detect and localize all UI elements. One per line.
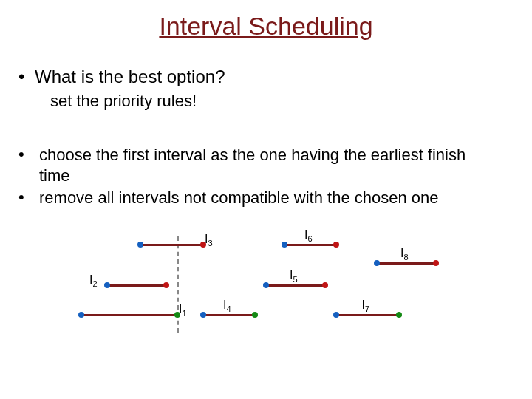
interval-I6-label: I6	[304, 229, 313, 243]
interval-I5-end-dot	[322, 282, 328, 288]
interval-I6	[284, 244, 336, 246]
interval-I1-start-dot	[78, 312, 84, 318]
interval-I1-label: I1	[179, 304, 187, 318]
interval-I7	[336, 314, 399, 316]
interval-I4-end-dot	[252, 312, 258, 318]
interval-I3-start-dot	[137, 242, 143, 248]
guideline	[177, 236, 179, 332]
interval-I4-label: I4	[223, 299, 231, 313]
interval-I5	[266, 284, 325, 287]
bullet-main: What is the best option?	[18, 66, 225, 87]
interval-I6-start-dot	[282, 242, 287, 248]
interval-I2-start-dot	[104, 282, 110, 288]
interval-I6-end-dot	[333, 242, 339, 248]
slide-title: Interval Scheduling	[0, 12, 532, 41]
interval-I8	[377, 262, 436, 265]
interval-I1	[81, 314, 177, 316]
interval-I4-start-dot	[200, 312, 206, 318]
bullet-rule-1: choose the first interval as the one hav…	[18, 145, 491, 185]
interval-I7-end-dot	[396, 312, 402, 318]
bullet-sub: set the priority rules!	[50, 92, 197, 111]
interval-I7-label: I7	[362, 299, 370, 313]
interval-I2-end-dot	[163, 282, 169, 288]
slide: Interval Scheduling What is the best opt…	[0, 0, 532, 399]
bullet-main-text: What is the best option?	[35, 66, 225, 87]
interval-I5-start-dot	[263, 282, 269, 288]
interval-I5-label: I5	[290, 270, 298, 284]
interval-I2	[107, 284, 166, 287]
bullet-rule-1-text: choose the first interval as the one hav…	[39, 145, 491, 185]
interval-diagram: I1I2I3I4I5I6I7I8	[81, 229, 451, 377]
interval-I8-start-dot	[374, 260, 380, 266]
bullet-rule-2-text: remove all intervals not compatible with…	[39, 188, 439, 208]
interval-I8-end-dot	[433, 260, 439, 266]
interval-I3-label: I3	[205, 233, 213, 248]
interval-I8-label: I8	[400, 248, 409, 262]
interval-I4	[203, 314, 255, 316]
interval-I7-start-dot	[333, 312, 339, 318]
interval-I2-label: I2	[89, 274, 98, 288]
bullet-rule-2: remove all intervals not compatible with…	[18, 188, 491, 208]
interval-I3	[140, 244, 203, 246]
